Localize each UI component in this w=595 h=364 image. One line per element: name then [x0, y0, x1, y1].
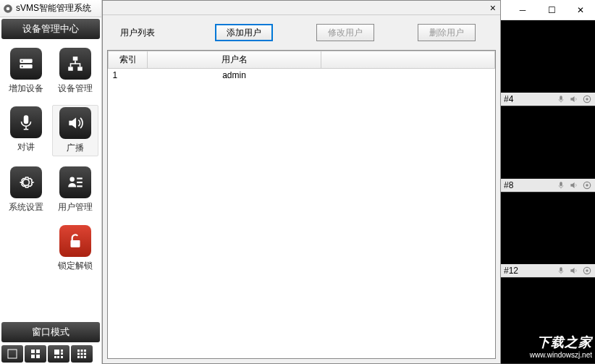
- svg-rect-23: [54, 356, 56, 358]
- left-panel: sVMS智能管理系统 设备管理中心 增加设备 设备管理 对讲 广播 系统设置: [0, 0, 102, 364]
- svg-rect-13: [77, 185, 83, 187]
- cell-index: 1: [109, 69, 148, 82]
- svg-point-1: [7, 7, 10, 10]
- window-controls: ─ ☐ ✕: [501, 0, 595, 20]
- app-icon: [3, 4, 13, 14]
- speaker-icon[interactable]: [569, 180, 579, 190]
- svg-rect-26: [77, 350, 80, 352]
- tool-label: 设备管理: [58, 82, 93, 95]
- svg-rect-17: [36, 350, 40, 353]
- camera-label: #4: [504, 94, 553, 104]
- tool-grid: 增加设备 设备管理 对讲 广播 系统设置 用户管理: [0, 41, 101, 279]
- camera-icon[interactable]: [582, 266, 592, 276]
- camera-bar: #12: [501, 264, 595, 277]
- minimize-button[interactable]: ─: [508, 0, 537, 20]
- svg-rect-7: [68, 67, 73, 70]
- app-titlebar: sVMS智能管理系统: [0, 0, 101, 17]
- svg-point-10: [69, 177, 75, 182]
- svg-rect-32: [77, 356, 80, 358]
- svg-rect-27: [81, 350, 83, 352]
- svg-rect-35: [560, 96, 562, 100]
- svg-rect-12: [77, 182, 83, 183]
- user-manage-button[interactable]: 用户管理: [52, 165, 98, 215]
- svg-rect-21: [61, 350, 63, 352]
- svg-rect-6: [73, 56, 78, 60]
- svg-rect-25: [61, 356, 63, 358]
- camera-bar: #4: [501, 93, 595, 106]
- mode-9-button[interactable]: [71, 345, 93, 363]
- table-row[interactable]: 1 admin: [109, 69, 495, 82]
- device-manage-button[interactable]: 设备管理: [52, 46, 98, 96]
- svg-rect-34: [84, 356, 86, 358]
- delete-user-button[interactable]: 删除用户: [418, 24, 476, 41]
- svg-rect-11: [77, 178, 83, 179]
- camera-tile[interactable]: #12: [501, 192, 595, 279]
- svg-rect-19: [36, 355, 40, 358]
- svg-rect-33: [81, 356, 83, 358]
- svg-point-4: [22, 60, 23, 62]
- mode-buttons: [0, 344, 101, 364]
- svg-rect-8: [77, 67, 83, 70]
- microphone-icon[interactable]: [556, 266, 566, 276]
- tool-label: 系统设置: [9, 201, 43, 213]
- device-center-header: 设备管理中心: [1, 19, 100, 39]
- intercom-button[interactable]: 对讲: [3, 105, 49, 156]
- svg-rect-18: [31, 355, 35, 358]
- watermark-title: 下载之家: [530, 334, 592, 351]
- maximize-button[interactable]: ☐: [537, 0, 566, 20]
- microphone-icon[interactable]: [556, 180, 566, 190]
- close-icon[interactable]: ×: [490, 2, 496, 14]
- microphone-icon[interactable]: [556, 94, 566, 104]
- camera-tile[interactable]: 下载之家 www.windowszj.net: [501, 278, 595, 364]
- svg-rect-9: [24, 115, 29, 124]
- camera-bar: #8: [501, 179, 595, 192]
- camera-icon[interactable]: [582, 180, 592, 190]
- broadcast-button[interactable]: 广播: [52, 105, 98, 156]
- col-username[interactable]: 用户名: [148, 51, 321, 69]
- speaker-icon[interactable]: [569, 94, 579, 104]
- user-table-wrap: 索引 用户名 1 admin: [107, 50, 496, 359]
- mode-1-button[interactable]: [1, 345, 23, 363]
- right-panel: ─ ☐ ✕ #4 #8: [501, 0, 595, 364]
- svg-rect-22: [61, 352, 63, 355]
- gear-icon: [10, 166, 42, 198]
- server-icon: [10, 48, 42, 80]
- camera-label: #12: [504, 266, 553, 276]
- camera-tile[interactable]: #4: [501, 20, 595, 106]
- speaker-icon: [59, 107, 91, 139]
- user-dialog: × 用户列表 添加用户 修改用户 删除用户 索引 用户名 1 admin: [102, 0, 501, 364]
- mode-4-button[interactable]: [25, 345, 46, 363]
- tool-label: 锁定解锁: [58, 260, 93, 272]
- watermark-url: www.windowszj.net: [530, 351, 592, 359]
- col-blank[interactable]: [321, 51, 495, 69]
- svg-rect-20: [54, 350, 59, 355]
- window-mode-header: 窗口模式: [1, 322, 100, 342]
- camera-icon[interactable]: [582, 94, 592, 104]
- camera-tile[interactable]: #8: [501, 106, 595, 192]
- add-device-button[interactable]: 增加设备: [3, 46, 49, 96]
- speaker-icon[interactable]: [569, 266, 579, 276]
- mode-6-button[interactable]: [48, 345, 69, 363]
- svg-rect-24: [57, 356, 59, 358]
- camera-label: #8: [504, 180, 553, 190]
- dialog-toolbar: 用户列表 添加用户 修改用户 删除用户: [103, 15, 500, 50]
- lock-unlock-button[interactable]: 锁定解锁: [52, 224, 98, 274]
- add-user-button[interactable]: 添加用户: [215, 24, 273, 41]
- user-list-icon: [59, 166, 91, 198]
- network-icon: [59, 48, 91, 80]
- microphone-icon: [10, 106, 42, 138]
- edit-user-button[interactable]: 修改用户: [316, 24, 374, 41]
- cell-username: admin: [148, 69, 321, 82]
- svg-point-37: [586, 98, 588, 101]
- user-list-label: 用户列表: [113, 27, 200, 39]
- tool-label: 用户管理: [58, 201, 93, 213]
- svg-rect-30: [81, 353, 83, 355]
- svg-rect-41: [560, 268, 562, 272]
- col-index[interactable]: 索引: [109, 51, 148, 69]
- svg-rect-29: [77, 353, 80, 355]
- svg-point-43: [586, 270, 588, 273]
- tool-label: 增加设备: [9, 82, 43, 95]
- camera-grid: #4 #8 #12: [501, 20, 595, 364]
- system-settings-button[interactable]: 系统设置: [3, 165, 49, 215]
- close-button[interactable]: ✕: [566, 0, 595, 20]
